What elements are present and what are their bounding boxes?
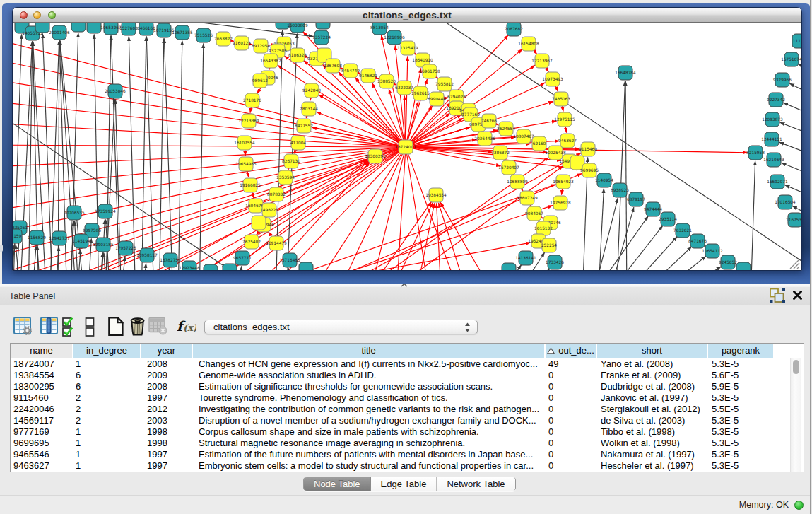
cell-short[interactable]: Jankovic et al. (1997) xyxy=(596,392,707,404)
table-row[interactable]: 1456911722003Disruption of a novel membe… xyxy=(11,415,774,426)
table-vertical-scrollbar[interactable] xyxy=(790,358,801,472)
table-row[interactable]: 1830029562008Estimation of significance … xyxy=(11,381,774,392)
cell-short[interactable]: Wolkin et al. (1998) xyxy=(596,438,707,449)
cell-pagerank[interactable]: 5.9E-5 xyxy=(707,381,774,392)
scrollbar-thumb[interactable] xyxy=(793,360,799,374)
cell-year[interactable]: 2009 xyxy=(141,370,192,381)
cell-short[interactable]: Yano et al. (2008) xyxy=(596,358,707,370)
table-mode-button[interactable] xyxy=(13,317,33,339)
cell-in-degree[interactable]: 6 xyxy=(73,370,141,381)
graph-node[interactable] xyxy=(252,216,266,230)
cell-name[interactable]: 14569117 xyxy=(11,415,73,426)
cell-title[interactable]: Disruption of a novel member of a sodium… xyxy=(192,415,545,426)
cell-pagerank[interactable]: 5.3E-5 xyxy=(707,449,774,460)
cell-in-degree[interactable]: 1 xyxy=(73,358,141,370)
cell-year[interactable]: 2003 xyxy=(141,415,192,426)
graph-node[interactable] xyxy=(35,23,49,33)
cell-pagerank[interactable]: 5.5E-5 xyxy=(707,404,774,415)
tab-edge-table[interactable]: Edge Table xyxy=(370,477,437,491)
unselect-all-columns-button[interactable] xyxy=(85,317,95,340)
float-panel-icon[interactable] xyxy=(770,287,786,306)
cell-year[interactable]: 1997 xyxy=(141,449,192,460)
cell-name[interactable]: 9465546 xyxy=(11,449,73,460)
tab-network-table[interactable]: Network Table xyxy=(436,477,514,491)
cell-out-de-[interactable]: 0 xyxy=(545,426,596,438)
graph-node[interactable] xyxy=(299,262,313,271)
show-columns-button[interactable] xyxy=(40,317,60,339)
table-row[interactable]: 2242004622012Investigating the contribut… xyxy=(11,404,774,415)
cell-out-de-[interactable]: 0 xyxy=(545,370,596,381)
node-table-viewport[interactable]: namein_degreeyeartitleout_de...shortpage… xyxy=(10,343,804,472)
function-builder-button[interactable]: f (x) xyxy=(177,317,196,338)
column-header-short[interactable]: short xyxy=(596,344,707,358)
table-row[interactable]: 1938455462009Genome-wide association stu… xyxy=(11,370,774,381)
hidden-panel-handle[interactable] xyxy=(0,245,3,252)
delete-table-button-disabled[interactable] xyxy=(148,317,167,338)
cell-title[interactable]: Corpus callosum shape and size in male p… xyxy=(192,426,545,438)
table-row[interactable]: 946362711997Embryonic stem cells: a mode… xyxy=(11,460,774,472)
cell-short[interactable]: de Silva et al. (2003) xyxy=(596,415,707,426)
tab-node-table[interactable]: Node Table xyxy=(304,477,370,491)
cell-name[interactable]: 22420046 xyxy=(11,404,73,415)
cell-year[interactable]: 1997 xyxy=(141,460,192,472)
graph-node[interactable] xyxy=(502,263,516,271)
cell-in-degree[interactable]: 1 xyxy=(73,449,141,460)
cell-year[interactable]: 1998 xyxy=(141,426,192,438)
cell-short[interactable]: Hescheler et al. (1997) xyxy=(596,460,707,472)
cell-out-de-[interactable]: 0 xyxy=(545,438,596,449)
cell-title[interactable]: Investigating the contribution of common… xyxy=(192,404,545,415)
cell-in-degree[interactable]: 2 xyxy=(73,404,141,415)
cell-pagerank[interactable]: 5.3E-5 xyxy=(707,460,774,472)
table-source-dropdown[interactable]: citations_edges.txt xyxy=(204,320,478,334)
network-window-titlebar[interactable]: citations_edges.txt xyxy=(13,8,801,23)
cell-in-degree[interactable]: 2 xyxy=(73,392,141,404)
citation-network-graph[interactable]: 1405571220091406106532671527602646616010… xyxy=(13,23,801,271)
table-header-row[interactable]: namein_degreeyeartitleout_de...shortpage… xyxy=(11,344,774,358)
cell-short[interactable]: Franke et al. (2009) xyxy=(596,370,707,381)
cell-year[interactable]: 2008 xyxy=(141,381,192,392)
cell-pagerank[interactable]: 5.3E-5 xyxy=(707,426,774,438)
graph-node[interactable] xyxy=(736,262,751,271)
window-resize-grip[interactable] xyxy=(788,257,801,270)
cell-name[interactable]: 18300295 xyxy=(11,381,73,392)
cell-title[interactable]: Embryonic stem cells: a model to study s… xyxy=(192,460,545,472)
column-header-title[interactable]: title xyxy=(192,344,545,358)
cell-out-de-[interactable]: 0 xyxy=(545,415,596,426)
graph-node[interactable] xyxy=(204,264,218,271)
cell-out-de-[interactable]: 0 xyxy=(545,449,596,460)
cell-name[interactable]: 18724007 xyxy=(11,358,73,370)
column-header-in-degree[interactable]: in_degree xyxy=(73,344,141,358)
cell-year[interactable]: 1998 xyxy=(141,438,192,449)
cell-short[interactable]: Stergiakouli et al. (2012) xyxy=(596,404,707,415)
cell-pagerank[interactable]: 5.3E-5 xyxy=(707,392,774,404)
cell-pagerank[interactable]: 5.3E-5 xyxy=(707,438,774,449)
table-row[interactable]: 969969511998Structural magnetic resonanc… xyxy=(11,438,774,449)
cell-out-de-[interactable]: 0 xyxy=(545,381,596,392)
table-row[interactable]: 911546021997Tourette syndrome. Phenomeno… xyxy=(11,392,774,404)
memory-status-indicator[interactable] xyxy=(794,501,804,510)
cell-title[interactable]: Estimation of significance thresholds fo… xyxy=(192,381,545,392)
delete-column-button[interactable] xyxy=(129,317,146,339)
column-header-pagerank[interactable]: pagerank xyxy=(707,344,774,358)
cell-in-degree[interactable]: 1 xyxy=(73,426,141,438)
cell-out-de-[interactable]: 0 xyxy=(545,404,596,415)
cell-in-degree[interactable]: 6 xyxy=(73,381,141,392)
cell-title[interactable]: Structural magnetic resonance image aver… xyxy=(192,438,545,449)
table-row[interactable]: 1872400712008Changes of HCN gene express… xyxy=(11,358,774,370)
column-header-out-de-[interactable]: out_de... xyxy=(545,344,596,358)
cell-short[interactable]: Dudbridge et al. (2008) xyxy=(596,381,707,392)
graph-node[interactable] xyxy=(71,23,86,32)
cell-in-degree[interactable]: 1 xyxy=(73,460,141,472)
cell-pagerank[interactable]: 5.3E-5 xyxy=(707,358,774,370)
cell-out-de-[interactable]: 49 xyxy=(545,358,596,370)
cell-year[interactable]: 1997 xyxy=(141,392,192,404)
graph-node[interactable] xyxy=(223,264,237,271)
cell-out-de-[interactable]: 0 xyxy=(545,392,596,404)
cell-title[interactable]: Estimation of the future numbers of pati… xyxy=(192,449,545,460)
cell-year[interactable]: 2012 xyxy=(141,404,192,415)
cell-pagerank[interactable]: 5.3E-5 xyxy=(707,415,774,426)
cell-short[interactable]: Tibbo et al. (1998) xyxy=(596,426,707,438)
table-row[interactable]: 977716911998Corpus callosum shape and si… xyxy=(11,426,774,438)
select-all-columns-button[interactable] xyxy=(62,317,79,340)
cell-year[interactable]: 2008 xyxy=(141,358,192,370)
